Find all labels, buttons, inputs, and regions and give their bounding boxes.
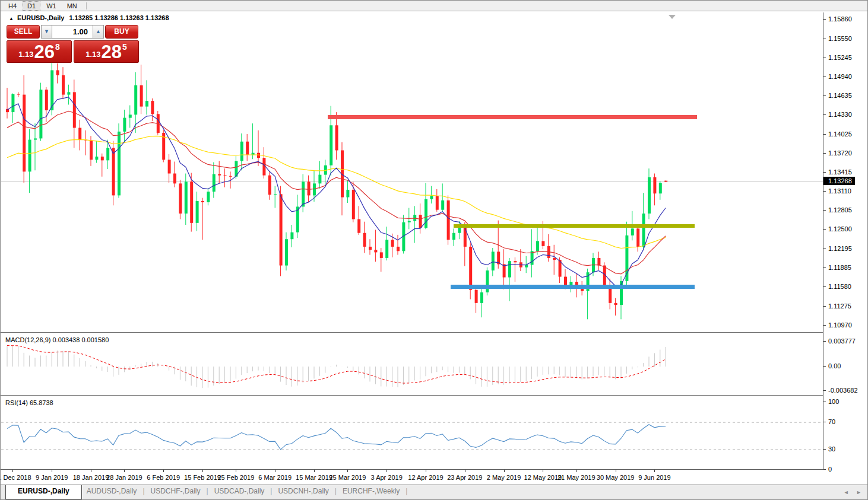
candle-body xyxy=(280,194,283,265)
candle-body xyxy=(380,252,383,257)
tab-scroll-left-icon[interactable]: ◄ xyxy=(844,489,849,495)
candle-body xyxy=(112,148,115,195)
candle-body xyxy=(436,196,439,209)
candle-body xyxy=(631,228,634,235)
timeframe-button-w1[interactable]: W1 xyxy=(42,1,61,11)
candle-body xyxy=(541,241,544,246)
candle-body xyxy=(397,247,400,251)
rsi-axis-tick xyxy=(823,402,826,402)
sell-quote-box[interactable]: 1.13 26 8 xyxy=(7,40,72,63)
price-axis-value: 1.12195 xyxy=(828,245,852,252)
rsi-axis-label: 100 xyxy=(823,398,839,405)
symbol-tab-eurusd[interactable]: EURUSD-,Daily xyxy=(5,485,82,499)
candle-body xyxy=(179,183,182,214)
ask-price-sup: 5 xyxy=(122,42,127,52)
buy-button[interactable]: BUY xyxy=(105,25,138,39)
symbol-tab-audusd[interactable]: AUDUSD-,Daily xyxy=(82,485,142,497)
macd-axis-value: 0.003777 xyxy=(828,337,856,345)
volume-down-button[interactable]: ▼ xyxy=(41,25,52,39)
price-axis-value: 1.13720 xyxy=(828,149,852,157)
candle-body xyxy=(78,128,81,139)
price-axis-tick xyxy=(823,95,826,96)
price-axis-label: 1.14025 xyxy=(823,130,852,138)
timeframe-button-mn[interactable]: MN xyxy=(62,1,82,11)
price-axis-label: 1.11885 xyxy=(823,264,851,271)
price-axis-tick xyxy=(823,153,826,154)
price-axis-value: 1.13110 xyxy=(828,187,851,195)
symbol-tab-usdchf[interactable]: USDCHF-,Daily xyxy=(146,485,205,497)
chart-shift-marker-icon[interactable] xyxy=(669,15,676,19)
price-axis-value: 1.14330 xyxy=(828,111,852,118)
candle-body xyxy=(419,215,422,228)
candle-body xyxy=(90,141,93,160)
symbol-tab-eurchf[interactable]: EURCHF-,Weekly xyxy=(338,485,404,497)
candle-body xyxy=(597,258,600,266)
time-axis-tick xyxy=(426,470,426,472)
candle-body xyxy=(313,183,316,195)
ask-price-big: 28 xyxy=(102,42,122,62)
volume-up-button[interactable]: ▲ xyxy=(93,25,104,39)
candle-body xyxy=(129,114,132,117)
rsi-pane-canvas[interactable] xyxy=(1,396,823,469)
price-axis-value: 1.11885 xyxy=(828,264,851,271)
volume-input[interactable]: 1.00 xyxy=(52,25,93,39)
time-axis-tick xyxy=(275,470,275,472)
price-axis-value: 1.11580 xyxy=(828,283,851,290)
collapse-panel-icon[interactable]: ▲ xyxy=(9,16,14,21)
ask-price-prefix: 1.13 xyxy=(85,50,100,59)
price-axis-label: 1.13720 xyxy=(823,149,852,157)
candle-body xyxy=(190,181,193,223)
candle-body xyxy=(480,292,483,303)
time-axis-tick xyxy=(347,470,348,472)
candle-body xyxy=(207,192,210,202)
candle-body xyxy=(357,219,360,233)
tab-scroll-right-icon[interactable]: ► xyxy=(856,489,861,495)
buy-quote-box[interactable]: 1.13 28 5 xyxy=(74,40,139,63)
candle-body xyxy=(318,175,321,184)
candle-body xyxy=(503,264,506,277)
candle-body xyxy=(452,233,455,240)
price-axis-value: 1.14025 xyxy=(828,130,852,138)
toolbar-divider xyxy=(86,2,87,9)
candle-body xyxy=(441,200,444,210)
candle-body xyxy=(140,85,143,107)
candle-body xyxy=(625,235,628,281)
price-axis-label: 1.14330 xyxy=(823,111,852,118)
chart-symbol-title: EURUSD-,Daily xyxy=(17,14,64,21)
timeframe-button-d1[interactable]: D1 xyxy=(23,1,40,11)
price-axis-tick xyxy=(823,286,826,287)
time-axis[interactable]: 31 Dec 20189 Jan 201918 Jan 201928 Jan 2… xyxy=(1,470,823,485)
price-axis-value: 1.15245 xyxy=(828,54,852,61)
candle-body xyxy=(168,160,171,173)
macd-axis-tick xyxy=(823,341,826,342)
macd-signal-line xyxy=(7,346,666,383)
macd-histogram xyxy=(7,346,666,388)
candle-body xyxy=(346,190,349,198)
candle-body xyxy=(369,247,372,250)
tab-separator: | xyxy=(269,485,273,497)
macd-pane-canvas[interactable] xyxy=(1,333,823,395)
candle-body xyxy=(268,176,271,195)
macd-axis-label: 0.003777 xyxy=(823,337,856,345)
price-axis-value: 1.15550 xyxy=(828,35,852,42)
candle-body xyxy=(201,201,204,202)
sell-button[interactable]: SELL xyxy=(7,25,40,39)
symbol-tab-usdcnh[interactable]: USDCNH-,Daily xyxy=(273,485,333,497)
price-axis-tick xyxy=(823,249,826,249)
price-axis-tick xyxy=(823,267,826,268)
candle-body xyxy=(229,176,232,177)
candle-body xyxy=(648,177,651,214)
price-axis[interactable]: 1.158601.155501.152451.149401.146351.143… xyxy=(823,12,867,470)
price-axis-label: 1.15860 xyxy=(823,15,852,23)
price-axis-value: 1.14940 xyxy=(828,73,852,80)
timeframe-button-h4[interactable]: H4 xyxy=(4,1,21,11)
price-axis-value: 1.12805 xyxy=(828,206,852,214)
candle-body xyxy=(62,75,65,95)
symbol-tab-usdcad[interactable]: USDCAD-,Daily xyxy=(210,485,270,497)
price-axis-label: 1.10970 xyxy=(823,321,852,329)
price-axis-tick xyxy=(823,114,826,115)
rsi-axis-value: 100 xyxy=(828,398,839,405)
time-axis-tick xyxy=(12,470,13,472)
time-axis-tick xyxy=(387,470,387,472)
bid-price-big: 26 xyxy=(34,42,55,62)
